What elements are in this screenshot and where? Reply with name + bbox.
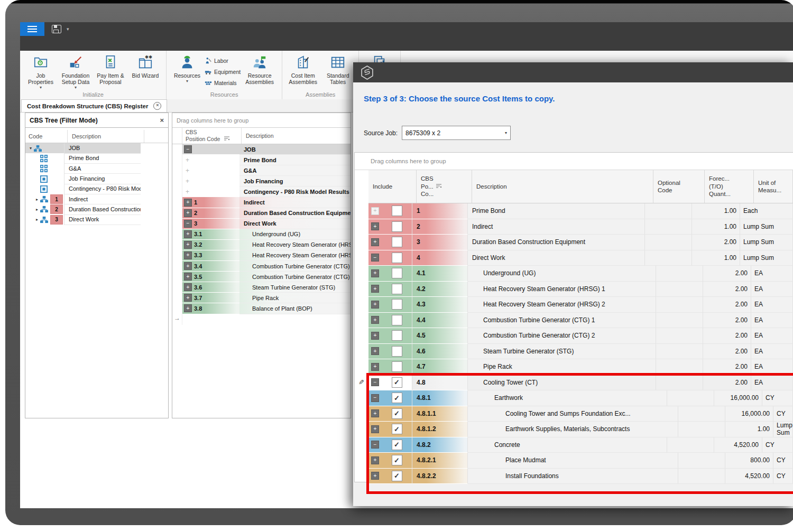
standard-tables-button[interactable]: Standard Tables xyxy=(320,53,355,85)
new-row-band[interactable]: → xyxy=(172,314,351,325)
cell-optional-code[interactable] xyxy=(678,406,725,422)
table-row[interactable]: −4Direct Work1.00Lump Sum xyxy=(368,250,793,266)
expand-button[interactable]: + xyxy=(184,304,192,312)
table-row[interactable]: +3Duration Based Construction Equipment2… xyxy=(368,235,793,250)
table-row[interactable]: −✓4.8.2Concrete4,520.00CY xyxy=(368,437,793,453)
tab-cbs-register[interactable]: Cost Breakdown Structure (CBS) Register … xyxy=(21,99,167,112)
cell-unit-of-measure[interactable]: EA xyxy=(751,297,793,313)
col-description[interactable]: Description xyxy=(242,128,351,144)
cell-description[interactable]: Direct Work xyxy=(468,250,645,266)
cell-unit-of-measure[interactable]: Lump Sum xyxy=(740,235,793,250)
cell-description[interactable]: Steam Turbine Generator (STG) xyxy=(468,344,656,360)
cell-description[interactable]: Earthwork Supplies, Materials, Subcontra… xyxy=(468,422,678,437)
cell-position-code[interactable]: +3.6 xyxy=(182,282,239,293)
tree-row-description[interactable]: Direct Work xyxy=(64,214,141,225)
expand-button[interactable]: + xyxy=(371,269,379,277)
cell-description[interactable]: Duration Based Construction Equipment xyxy=(239,208,351,219)
cell-position-code[interactable]: 4.8.1 xyxy=(412,390,468,406)
tree-row-description[interactable]: Duration Based Construction... xyxy=(64,204,141,214)
collapse-button[interactable]: ▾ xyxy=(27,146,34,151)
expand-button[interactable]: + xyxy=(184,294,192,302)
cell-description[interactable]: Earthwork xyxy=(468,390,667,406)
cell-forecast-qty[interactable]: 1.00 xyxy=(725,422,773,437)
collapse-button[interactable]: − xyxy=(184,220,192,228)
cell-description[interactable]: Indirect xyxy=(468,219,645,235)
tree-row[interactable]: Prime Bond xyxy=(25,153,168,163)
source-job-dropdown[interactable]: 8675309 x 2 ▾ xyxy=(402,126,511,140)
cell-include[interactable]: ✓ xyxy=(382,437,412,453)
cell-include[interactable] xyxy=(382,250,412,266)
cell-optional-code[interactable] xyxy=(678,469,725,484)
cell-optional-code[interactable] xyxy=(656,313,703,329)
tab-close-icon[interactable]: × xyxy=(153,102,161,110)
table-row[interactable]: +3.2Heat Recovery Steam Generator (HRSG)… xyxy=(172,240,351,250)
tree-row[interactable]: Contingency - P80 Risk Mode... xyxy=(25,184,168,194)
cell-description[interactable]: Direct Work xyxy=(239,219,351,229)
table-row[interactable]: −✓4.8Cooling Tower (CT)2.00EA xyxy=(368,375,793,391)
cell-include[interactable] xyxy=(382,328,412,344)
expand-button[interactable]: + xyxy=(371,238,379,246)
include-checkbox[interactable]: ✓ xyxy=(392,471,402,481)
cell-unit-of-measure[interactable]: Lump Sum xyxy=(740,250,793,266)
cell-include[interactable] xyxy=(382,359,412,375)
table-row[interactable]: +3.8Balance of Plant (BOP) xyxy=(172,303,351,314)
cell-position-code[interactable]: + xyxy=(182,165,239,176)
col-include[interactable]: Include xyxy=(368,170,417,203)
cell-description[interactable]: Concrete xyxy=(468,437,667,453)
cell-unit-of-measure[interactable]: Lump Sum xyxy=(773,422,793,437)
pay-item-proposal-button[interactable]: Pay Item & Proposal xyxy=(93,53,128,85)
table-row[interactable]: −✓4.8.1Earthwork16,000.00CY xyxy=(368,390,793,406)
cell-description[interactable]: Underground (UG) xyxy=(239,229,351,240)
cell-forecast-qty[interactable]: 1.00 xyxy=(692,203,740,219)
cell-position-code[interactable]: 4.3 xyxy=(412,297,468,313)
table-row[interactable]: +✓4.8.1.2Earthwork Supplies, Materials, … xyxy=(368,422,793,437)
cell-position-code[interactable]: − xyxy=(182,144,239,155)
cell-forecast-qty[interactable]: 2.00 xyxy=(703,266,751,282)
cell-forecast-qty[interactable]: 1.00 xyxy=(692,250,740,266)
cell-position-code[interactable]: 4.8 xyxy=(412,375,468,391)
table-row[interactable]: +✓4.8.2.2Install Foundations4,520.00CY xyxy=(368,469,793,484)
expand-button[interactable]: + xyxy=(371,332,379,340)
col-unit-of-measure[interactable]: Unit ofMeasu... xyxy=(754,170,793,203)
table-row[interactable]: +✓4.8.2.1Place Mudmat800.00CY xyxy=(368,453,793,469)
cell-include[interactable]: ✓ xyxy=(382,406,412,422)
expand-button[interactable]: + xyxy=(184,273,192,281)
include-checkbox[interactable]: ✓ xyxy=(392,408,402,419)
cell-description[interactable]: JOB xyxy=(239,144,351,155)
cell-position-code[interactable]: 4.8.2.2 xyxy=(412,469,468,484)
cell-description[interactable]: Heat Recovery Steam Generator (HRSG) 2 xyxy=(239,250,351,261)
table-row[interactable]: +4.4Combustion Turbine Generator (CTG) 1… xyxy=(368,313,793,329)
cell-description[interactable]: Combustion Turbine Generator (CTG) 1 xyxy=(239,261,351,272)
cell-position-code[interactable]: +2 xyxy=(182,208,239,219)
table-row[interactable]: +2Duration Based Construction Equipment xyxy=(172,208,351,219)
cell-unit-of-measure[interactable]: CY xyxy=(773,406,793,422)
cell-unit-of-measure[interactable]: CY xyxy=(762,390,793,406)
table-row[interactable]: +✓4.8.1.1Cooling Tower and Sumps Foundat… xyxy=(368,406,793,422)
table-row[interactable]: +3.3Heat Recovery Steam Generator (HRSG)… xyxy=(172,250,351,261)
cell-description[interactable]: Balance of Plant (BOP) xyxy=(239,303,351,314)
cell-include[interactable]: ✓ xyxy=(382,390,412,406)
cost-item-assemblies-button[interactable]: Cost Item Assemblies xyxy=(285,53,320,85)
cell-position-code[interactable]: + xyxy=(182,176,239,186)
cell-optional-code[interactable] xyxy=(656,266,703,282)
cell-optional-code[interactable] xyxy=(656,328,703,344)
resources-button[interactable]: Resources ▾ xyxy=(170,53,205,83)
cell-description[interactable]: Heat Recovery Steam Generator (HRSG) 1 xyxy=(468,282,656,297)
cell-position-code[interactable]: +3.7 xyxy=(182,293,239,303)
cell-forecast-qty[interactable]: 800.00 xyxy=(725,453,773,469)
tree-row[interactable]: G&A xyxy=(25,164,168,174)
cell-description[interactable]: Combustion Turbine Generator (CTG) 2 xyxy=(239,272,351,282)
tree-row[interactable]: Job Financing xyxy=(25,174,168,184)
group-by-band[interactable]: Drag columns here to group xyxy=(355,153,793,170)
include-checkbox[interactable] xyxy=(392,253,402,263)
tree-col-description[interactable]: Description xyxy=(68,130,144,143)
table-row[interactable]: +4.3Heat Recovery Steam Generator (HRSG)… xyxy=(368,297,793,313)
hamburger-menu-button[interactable] xyxy=(20,22,44,36)
col-description[interactable]: Description xyxy=(472,170,653,203)
tree-row-description[interactable]: Prime Bond xyxy=(64,153,141,164)
include-checkbox[interactable] xyxy=(392,221,402,232)
expand-button[interactable]: ▸ xyxy=(34,197,40,202)
cell-optional-code[interactable] xyxy=(645,235,692,250)
cell-unit-of-measure[interactable]: EA xyxy=(751,313,793,329)
cell-include[interactable]: ✓ xyxy=(382,422,412,437)
